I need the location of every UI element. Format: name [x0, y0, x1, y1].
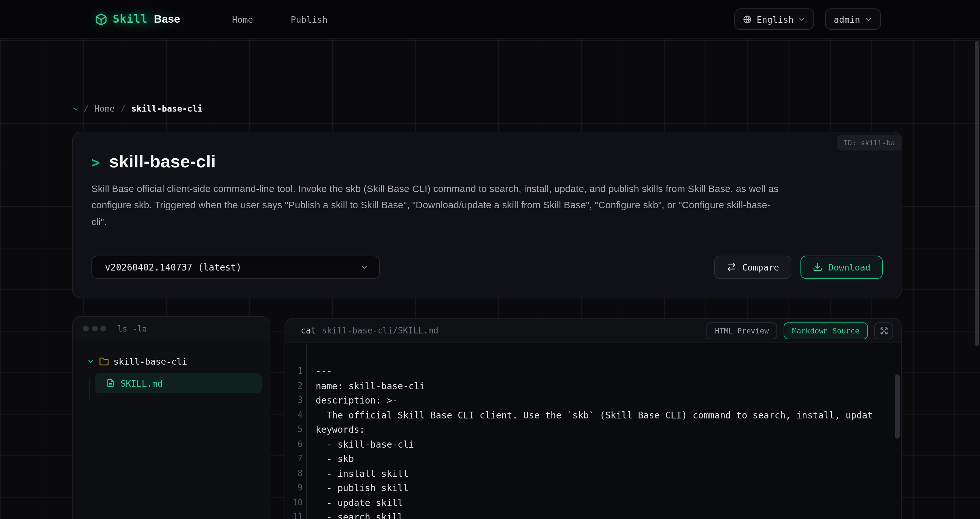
globe-icon: [743, 14, 752, 24]
view-mode-controls: HTML Preview Markdown Source: [706, 322, 893, 339]
version-select-value: v20260402.140737 (latest): [105, 262, 242, 273]
code-line: 6 - skill-base-cli: [285, 437, 901, 452]
brand-skill-text: Skill: [113, 12, 148, 25]
terminal-dot: [92, 326, 97, 332]
breadcrumb-home-link[interactable]: Home: [94, 104, 115, 113]
skill-description: Skill Base official client-side command-…: [91, 180, 784, 230]
compare-button[interactable]: Compare: [714, 256, 791, 279]
line-text: - update skill: [303, 495, 403, 510]
line-number: 10: [285, 495, 303, 510]
line-text: - skill-base-cli: [303, 437, 414, 452]
line-text: name: skill-base-cli: [303, 378, 425, 393]
line-text: - install skill: [303, 466, 409, 481]
terminal-title: ls -la: [118, 324, 147, 334]
line-text: keywords:: [303, 422, 365, 437]
line-text: description: >-: [303, 393, 398, 408]
tree-indent-guide: [89, 378, 90, 400]
nav-link-home[interactable]: Home: [232, 14, 253, 24]
app-window: Skill Base Home Publish English admin ~: [0, 0, 980, 519]
top-nav: Skill Base Home Publish English admin: [0, 0, 980, 39]
line-text: ---: [303, 364, 332, 378]
gutter-divider: [306, 343, 307, 519]
code-line: 10 - update skill: [285, 495, 901, 510]
nav-link-publish[interactable]: Publish: [291, 14, 328, 24]
line-number: 3: [285, 393, 303, 408]
line-text: - publish skill: [303, 481, 409, 495]
file-tree-header: ls -la: [73, 316, 270, 341]
code-content: 1--- 2name: skill-base-cli 3description:…: [285, 343, 901, 519]
fullscreen-button[interactable]: [874, 322, 893, 339]
page-scrollbar-thumb[interactable]: [975, 41, 979, 346]
version-controls-row: v20260402.140737 (latest) Compare: [91, 256, 883, 279]
line-text: The official Skill Base CLI client. Use …: [303, 408, 873, 422]
code-line: 9 - publish skill: [285, 481, 901, 495]
brand-logo[interactable]: Skill Base: [95, 12, 180, 26]
line-number: 8: [285, 466, 303, 481]
file-tree-panel: ls -la skill-base-cli SKILL.md: [72, 316, 270, 519]
line-number: 6: [285, 437, 303, 452]
code-line: 3description: >-: [285, 393, 901, 408]
viewer-command: cat: [301, 326, 316, 335]
folder-icon: [99, 356, 109, 366]
line-number: 5: [285, 422, 303, 437]
tab-html-preview[interactable]: HTML Preview: [706, 322, 777, 339]
breadcrumb: ~ / Home / skill-base-cli: [73, 104, 202, 113]
terminal-dot: [100, 326, 106, 332]
chevron-down-icon: [865, 15, 872, 23]
file-tree: skill-base-cli SKILL.md: [73, 341, 270, 393]
code-viewer-panel: cat skill-base-cli/SKILL.md HTML Preview…: [285, 318, 902, 519]
version-select[interactable]: v20260402.140737 (latest): [91, 256, 380, 279]
line-text: - skb: [303, 452, 354, 466]
nav-right: English admin: [735, 8, 881, 30]
prompt-symbol: >: [91, 154, 100, 171]
download-button-label: Download: [828, 262, 870, 273]
box-logo-icon: [95, 13, 108, 26]
card-divider: [91, 239, 883, 240]
compare-button-label: Compare: [742, 262, 779, 273]
code-viewer-header: cat skill-base-cli/SKILL.md HTML Preview…: [285, 319, 901, 343]
chevron-down-icon: [360, 263, 369, 272]
code-scrollbar-thumb[interactable]: [895, 374, 900, 439]
download-button[interactable]: Download: [800, 256, 883, 279]
code-line: 5keywords:: [285, 422, 901, 437]
line-number: 9: [285, 481, 303, 495]
line-number: 1: [285, 364, 303, 378]
file-text-icon: [106, 379, 115, 387]
terminal-dot: [83, 326, 89, 332]
viewer-file-path: skill-base-cli/SKILL.md: [322, 326, 439, 335]
page-title: skill-base-cli: [109, 152, 216, 172]
line-number: 7: [285, 452, 303, 466]
code-line: 8 - install skill: [285, 466, 901, 481]
download-icon: [813, 262, 822, 272]
breadcrumb-separator: /: [84, 104, 89, 113]
compare-arrows-icon: [727, 262, 736, 272]
line-text: - search skill: [303, 510, 403, 519]
code-line: 2name: skill-base-cli: [285, 378, 901, 393]
nav-links: Home Publish: [232, 14, 328, 24]
language-selector[interactable]: English: [735, 8, 815, 30]
code-line: 1---: [285, 364, 901, 378]
chevron-down-icon: [798, 15, 806, 23]
breadcrumb-root-link[interactable]: ~: [73, 104, 78, 113]
code-line: 7 - skb: [285, 452, 901, 466]
page-background: ~ / Home / skill-base-cli ID: skill-ba >…: [0, 39, 980, 519]
chevron-down-icon: [87, 358, 95, 365]
line-number: 4: [285, 408, 303, 422]
tab-markdown-source[interactable]: Markdown Source: [784, 322, 868, 339]
skill-card: ID: skill-ba > skill-base-cli Skill Base…: [72, 132, 902, 299]
language-label: English: [757, 14, 794, 24]
code-line: 11 - search skill: [285, 510, 901, 519]
expand-icon: [879, 326, 888, 335]
tree-file-row-selected[interactable]: SKILL.md: [95, 373, 262, 393]
breadcrumb-separator: /: [121, 104, 126, 113]
code-line: 4 The official Skill Base CLI client. Us…: [285, 408, 901, 422]
tree-file-label: SKILL.md: [121, 378, 163, 388]
line-number: 2: [285, 378, 303, 393]
tree-folder-row[interactable]: skill-base-cli: [73, 351, 270, 371]
card-actions: Compare Download: [714, 256, 883, 279]
tree-folder-label: skill-base-cli: [113, 356, 187, 367]
user-menu[interactable]: admin: [826, 8, 881, 30]
brand-base-text: Base: [154, 13, 180, 25]
user-label: admin: [834, 14, 860, 24]
line-number: 11: [285, 510, 303, 519]
